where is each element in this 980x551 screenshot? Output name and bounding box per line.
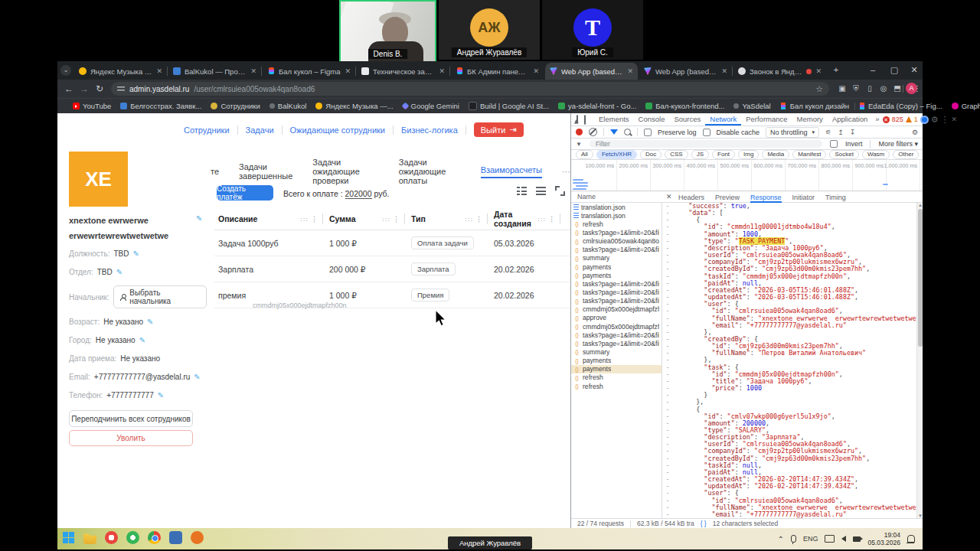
browser-tab[interactable]: Техническое задание: А✕	[357, 63, 449, 80]
browser-tab[interactable]: БК Админ панель (прос✕	[451, 63, 544, 80]
tray-chevron-icon[interactable]: ⌃	[778, 535, 784, 543]
devtools-tabs-overflow[interactable]: »	[874, 113, 880, 126]
extension-record-icon[interactable]: ◎	[878, 83, 889, 94]
devtools-tab-memory[interactable]: Memory	[792, 113, 828, 126]
window-minimize-button[interactable]: –	[867, 65, 878, 74]
devtools-tab-performance[interactable]: Performance	[741, 113, 792, 126]
browser-tab[interactable]: Web App (based on LiteF✕	[639, 63, 732, 80]
filter-chip[interactable]: Fetch/XHR	[596, 150, 637, 159]
nav-link-3[interactable]: Ожидающие сотрудники	[290, 126, 385, 135]
address-bar[interactable]: admin.yasdelal.ru/user/cmlrsuiea005owak4…	[111, 82, 829, 96]
tab-search-icon[interactable]: ⌄	[60, 65, 71, 76]
payment-row[interactable]: Задача 1000руб1 000 ₽Оплата задачи05.03.…	[214, 230, 570, 256]
reassign-all-button[interactable]: Переподчинить всех сотрудников	[69, 410, 193, 427]
warning-badge-icon[interactable]	[906, 116, 912, 122]
response-json-view[interactable]: - "success": true,- "data": [- {- "id": …	[662, 203, 916, 518]
network-request-row[interactable]: {}cmmdmj05x000ejdtmapfzh00n	[571, 322, 662, 331]
bookmark-item[interactable]: Белгосстрах. Заявк...	[120, 102, 201, 110]
extension-icon-1[interactable]: ▣	[837, 83, 848, 94]
nav-link-1[interactable]: Сотрудники	[184, 126, 230, 135]
name-column-header[interactable]: Name	[577, 193, 596, 201]
devtools-tab-application[interactable]: Application	[828, 113, 872, 126]
section-tabs-overflow-icon[interactable]: ⋯	[562, 167, 570, 177]
filter-chip[interactable]: Font	[712, 150, 735, 159]
detail-tab-timing[interactable]: Timing	[825, 192, 846, 203]
bookmark-item[interactable]: Бал-кукол-frontend...	[645, 102, 724, 110]
tab-close-icon[interactable]: ✕	[815, 67, 822, 75]
devtools-close-icon[interactable]: ✕	[952, 116, 958, 123]
tab-close-icon[interactable]: ✕	[250, 67, 256, 75]
browser-tab[interactable]: Яндекс Музыка — соби✕	[74, 63, 167, 80]
participant-video-tile[interactable]: Denis B.	[339, 0, 436, 63]
tab-close-icon[interactable]: ✕	[439, 67, 445, 75]
notifications-bell-icon[interactable]	[907, 535, 915, 543]
browser-menu-icon[interactable]: ⋮	[912, 83, 923, 94]
app-green-icon[interactable]	[126, 531, 139, 544]
network-filter-input[interactable]: Filter	[590, 140, 822, 148]
devtools-menu-icon[interactable]: ⋮	[941, 115, 949, 125]
network-conditions-icon[interactable]: ⚟	[825, 129, 831, 136]
edit-field-icon[interactable]: ✎	[194, 373, 200, 381]
column-header[interactable]: Описание:::⋮	[214, 214, 329, 224]
column-menu-icon[interactable]: ⋮	[548, 215, 555, 223]
window-close-button[interactable]: ✕	[909, 65, 920, 75]
tab-close-icon[interactable]: ✕	[156, 67, 162, 75]
clock[interactable]: 19:0405.03.2026	[867, 531, 900, 546]
error-badge-icon[interactable]: ✕	[883, 116, 890, 123]
total-value[interactable]: 202000	[345, 189, 372, 199]
devtools-settings-icon[interactable]: ⚙	[931, 115, 939, 125]
bookmark-item[interactable]: GraphQL Playground	[952, 102, 980, 110]
filter-chip[interactable]: All	[576, 150, 593, 159]
scroll-up-icon[interactable]: ▲	[917, 203, 923, 207]
filter-chip[interactable]: Socket	[829, 150, 858, 159]
edit-field-icon[interactable]: ✎	[139, 336, 145, 344]
section-tab[interactable]: Задачи ожидающие оплаты	[399, 158, 461, 185]
network-request-row[interactable]: {}tasks?page=1&limit=20&filters%5...	[571, 297, 662, 305]
device-toolbar-icon[interactable]	[584, 115, 586, 125]
create-payment-button[interactable]: Создать платёж	[217, 185, 273, 201]
column-header[interactable]: Сумма:::⋮	[329, 214, 411, 224]
browser-tab[interactable]: Web App (based on LiteF✕	[545, 63, 638, 80]
detail-tab-headers[interactable]: Headers	[678, 192, 704, 203]
windows-start-icon[interactable]	[62, 531, 75, 544]
network-overview-timeline[interactable]: 100,000 ms200,000 ms300,000 ms400,000 ms…	[571, 160, 923, 191]
edit-field-icon[interactable]: ✎	[158, 391, 164, 399]
format-braces-icon[interactable]: { }	[701, 520, 707, 527]
detail-tab-response[interactable]: Response	[750, 192, 782, 203]
scrollbar-thumb[interactable]	[918, 209, 923, 347]
disable-cache-checkbox[interactable]	[703, 129, 710, 136]
tab-close-icon[interactable]: ✕	[721, 67, 727, 75]
filter-chip[interactable]: CSS	[665, 150, 688, 159]
fire-button[interactable]: Уволить	[69, 430, 193, 446]
preserve-log-checkbox[interactable]	[644, 129, 652, 136]
network-request-row[interactable]: {}summary	[571, 347, 662, 356]
tray-display-icon[interactable]	[825, 535, 835, 543]
language-indicator[interactable]: ENG	[803, 535, 818, 543]
clear-network-icon[interactable]	[589, 128, 597, 136]
column-header[interactable]: Дата создания:::⋮	[494, 210, 567, 228]
column-menu-icon[interactable]: ⋮	[475, 215, 482, 223]
extension-mic-icon[interactable]: ▯	[864, 83, 875, 94]
tray-camera-icon[interactable]	[853, 536, 861, 542]
section-tab[interactable]: те	[211, 167, 219, 176]
filter-chip[interactable]: Manifest	[792, 150, 826, 159]
import-har-icon[interactable]: ↥	[838, 129, 844, 136]
fold-marker[interactable]: -	[662, 511, 673, 518]
section-tab[interactable]: Взаиморасчеты	[481, 165, 542, 178]
browser-tab[interactable]: BalKukol — Профиль✕	[168, 63, 261, 80]
filter-chip[interactable]: JS	[691, 150, 709, 159]
devtools-tab-console[interactable]: Console	[634, 113, 670, 126]
fullscreen-icon[interactable]	[555, 186, 565, 196]
network-request-row[interactable]: {}tasks?page=1&limit=20&filters%5...	[571, 228, 662, 236]
network-request-row[interactable]: translation.json	[571, 211, 662, 220]
network-request-row[interactable]: {}tasks?page=1&limit=20&filters%5...	[571, 288, 662, 296]
bookmark-star-icon[interactable]: ☆	[815, 84, 823, 94]
app-orange-icon[interactable]	[191, 531, 204, 544]
export-har-icon[interactable]: ↧	[850, 129, 856, 136]
drag-handle-icon[interactable]: :::	[465, 216, 473, 223]
network-request-row[interactable]: {}tasks?page=1&limit=20&filters%5...	[571, 279, 662, 288]
filter-chip[interactable]: Media	[762, 150, 789, 159]
network-request-row[interactable]: {}refresh	[571, 382, 662, 390]
participant-avatar-tile[interactable]: T Юрий С.	[542, 0, 643, 60]
devtools-sync-icon[interactable]	[920, 116, 929, 124]
